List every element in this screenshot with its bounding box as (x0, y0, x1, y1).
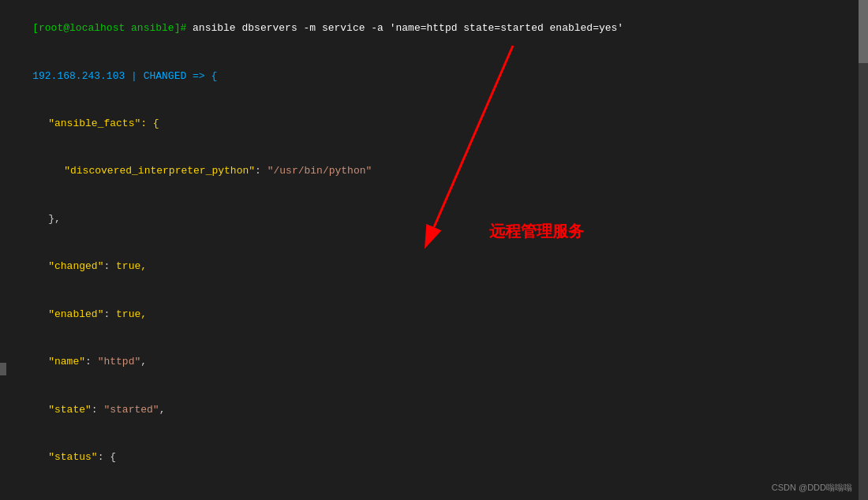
prompt: [root@localhost ansible]# (32, 22, 193, 34)
output-line-9: "status": { (8, 434, 860, 481)
output-line-10: "ActiveEnterTimestampMonotonic": "0", (8, 481, 860, 500)
output-line-2: "ansible_facts": { (8, 100, 860, 147)
output-line-6: "enabled": true, (8, 291, 860, 338)
terminal: [root@localhost ansible]# ansible dbserv… (0, 0, 868, 500)
output-line-8: "state": "started", (8, 386, 860, 433)
scrollbar[interactable] (859, 0, 868, 500)
command-text: ansible dbservers -m service -a 'name=ht… (193, 22, 623, 34)
side-indicator (0, 363, 6, 375)
command-line: [root@localhost ansible]# ansible dbserv… (8, 5, 860, 52)
watermark: CSDN @DDD嗡嗡嗡 (772, 482, 852, 494)
output-line-1: 192.168.243.103 | CHANGED => { (8, 52, 860, 99)
scrollbar-thumb[interactable] (859, 0, 868, 63)
output-line-4: }, (8, 196, 860, 243)
output-line-7: "name": "httpd", (8, 338, 860, 386)
output-line-5: "changed": true, (8, 243, 860, 290)
output-line-3: "discovered_interpreter_python": "/usr/b… (8, 147, 860, 195)
ip-changed: 192.168.243.103 | CHANGED => { (32, 70, 217, 82)
